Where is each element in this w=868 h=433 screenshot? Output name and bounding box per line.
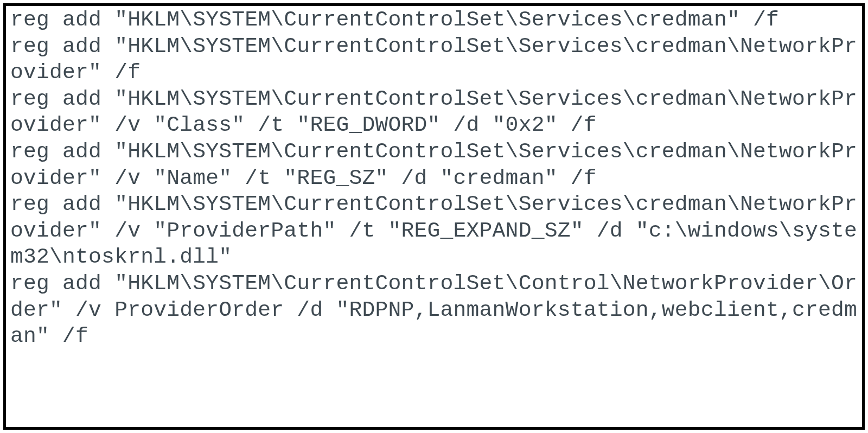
code-content: reg add "HKLM\SYSTEM\CurrentControlSet\S… [10,7,858,350]
code-block-container: reg add "HKLM\SYSTEM\CurrentControlSet\S… [3,3,865,430]
